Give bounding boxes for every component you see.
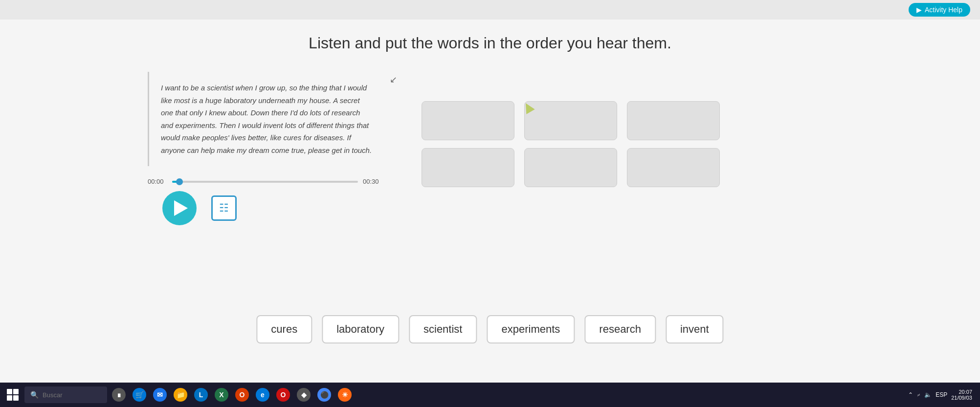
collapse-icon[interactable]: ↙ xyxy=(390,74,397,85)
excel-icon: X xyxy=(215,388,228,402)
drop-zone-5[interactable] xyxy=(524,148,617,187)
clock: 20:07 21/09/03 xyxy=(951,389,972,401)
mail-icon: ✉ xyxy=(153,388,167,402)
tray-network: ⌿ xyxy=(917,391,920,398)
progress-thumb xyxy=(176,178,183,185)
right-panel xyxy=(422,101,720,187)
taskbar-app-store[interactable]: 🛒 xyxy=(131,386,148,404)
search-input[interactable] xyxy=(43,391,101,399)
win-square-2 xyxy=(13,389,19,394)
audio-timeline: 00:00 00:30 xyxy=(148,178,382,185)
taskbar-app-excel[interactable]: X xyxy=(213,386,230,404)
taskbar-app-chrome[interactable]: ⚫ xyxy=(315,386,333,404)
language-indicator: ESP xyxy=(935,391,947,398)
taskbar-app-files[interactable]: 📁 xyxy=(172,386,189,404)
taskbar-app-edge[interactable]: e xyxy=(254,386,271,404)
taskbar-app-mail[interactable]: ✉ xyxy=(151,386,169,404)
taskbar: 🔍 ∎ 🛒 ✉ 📁 L X O e O ◆ ⚫ ☀ ⌃ ⌿ 🔈 ESP xyxy=(0,383,980,407)
system-tray: ⌃ ⌿ 🔈 ESP 20:07 21/09/03 xyxy=(908,389,976,401)
drop-zone-1[interactable] xyxy=(422,101,514,140)
main-content: Listen and put the words in the order yo… xyxy=(0,20,980,383)
content-row: I want to be a scientist when I grow up,… xyxy=(148,72,832,225)
tray-chevron[interactable]: ⌃ xyxy=(908,391,913,398)
audio-controls: 00:00 00:30 ☷ xyxy=(148,178,382,225)
time-start: 00:00 xyxy=(148,178,167,185)
play-icon xyxy=(174,200,188,216)
store-icon: 🛒 xyxy=(133,388,146,402)
files-icon: 📁 xyxy=(174,388,187,402)
drop-row-1 xyxy=(422,101,720,140)
word-chip-scientist[interactable]: scientist xyxy=(409,315,477,343)
text-passage: I want to be a scientist when I grow up,… xyxy=(161,82,373,156)
opera-icon: O xyxy=(276,388,290,402)
start-button[interactable] xyxy=(4,386,22,404)
transcript-button[interactable]: ☷ xyxy=(211,195,237,221)
time-end: 00:30 xyxy=(363,178,382,185)
top-bar: ▶ Activity Help xyxy=(0,0,980,20)
windows-icon xyxy=(7,389,19,401)
win-square-4 xyxy=(13,395,19,401)
word-chip-research[interactable]: research xyxy=(584,315,656,343)
tablet-icon: ∎ xyxy=(112,388,126,402)
cortana-icon: ◆ xyxy=(297,388,311,402)
transcript-icon: ☷ xyxy=(219,202,229,214)
play-button[interactable] xyxy=(162,191,197,225)
page-title: Listen and put the words in the order yo… xyxy=(309,34,671,52)
drop-row-2 xyxy=(422,148,720,187)
taskbar-app-opera[interactable]: O xyxy=(274,386,292,404)
taskbar-app-firefox[interactable]: ☀ xyxy=(336,386,354,404)
firefox-icon: ☀ xyxy=(338,388,352,402)
taskbar-app-tablet[interactable]: ∎ xyxy=(110,386,128,404)
tray-volume: 🔈 xyxy=(924,391,932,398)
left-panel: I want to be a scientist when I grow up,… xyxy=(148,72,382,225)
progress-bar[interactable] xyxy=(172,181,358,183)
search-icon: 🔍 xyxy=(30,391,39,399)
taskbar-app-lync[interactable]: L xyxy=(192,386,210,404)
word-chip-cures[interactable]: cures xyxy=(256,315,312,343)
win-square-3 xyxy=(7,395,12,401)
taskbar-app-office[interactable]: O xyxy=(233,386,251,404)
word-chip-laboratory[interactable]: laboratory xyxy=(322,315,399,343)
word-chip-experiments[interactable]: experiments xyxy=(487,315,575,343)
drop-zone-2[interactable] xyxy=(524,101,617,140)
activity-help-button[interactable]: ▶ Activity Help xyxy=(909,3,970,17)
word-chip-invent[interactable]: invent xyxy=(666,315,724,343)
clock-time: 20:07 xyxy=(958,389,972,395)
activity-help-label: Activity Help xyxy=(925,6,962,14)
word-bank: cureslaboratoryscientistexperimentsresea… xyxy=(256,315,723,343)
drop-zone-4[interactable] xyxy=(422,148,514,187)
clock-date: 21/09/03 xyxy=(951,395,972,401)
lync-icon: L xyxy=(194,388,208,402)
win-square-1 xyxy=(7,389,12,394)
chrome-icon: ⚫ xyxy=(317,388,331,402)
text-passage-container: I want to be a scientist when I grow up,… xyxy=(148,72,382,166)
office-icon: O xyxy=(235,388,249,402)
edge-icon: e xyxy=(256,388,269,402)
audio-buttons: ☷ xyxy=(162,191,382,225)
activity-help-icon: ▶ xyxy=(916,6,922,14)
taskbar-app-cortana[interactable]: ◆ xyxy=(295,386,312,404)
drop-zone-6[interactable] xyxy=(627,148,720,187)
search-area[interactable]: 🔍 xyxy=(24,386,107,403)
drop-zone-3[interactable] xyxy=(627,101,720,140)
